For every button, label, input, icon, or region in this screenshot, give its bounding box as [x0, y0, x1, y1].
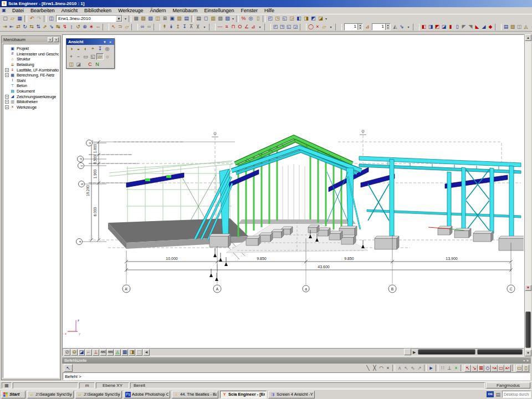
table-input-icon[interactable]: ▤ — [503, 23, 509, 30]
member-display-icon[interactable]: ◨ — [427, 23, 434, 30]
expand-icon[interactable] — [5, 73, 9, 77]
scale-icon[interactable]: ⇗ — [42, 23, 48, 30]
printer-tray-icon[interactable]: ▤ — [495, 392, 500, 397]
shift-down-icon[interactable]: ↧ — [181, 23, 188, 30]
activity-spinner[interactable]: 1 ▲▼ — [372, 23, 391, 30]
view-x-icon[interactable]: ◰ — [272, 23, 279, 30]
tool-icon-21[interactable] — [263, 16, 265, 22]
tool-icon-6[interactable] — [44, 16, 47, 22]
task-scia[interactable]: Y Scia Engineer - [Erw1... — [220, 391, 267, 398]
colors-icon[interactable]: C — [86, 61, 94, 68]
tool-icon-48[interactable] — [335, 24, 342, 30]
paperspace-icon[interactable]: ⊞ — [161, 15, 168, 22]
expand-icon[interactable] — [5, 47, 9, 50]
task-paint[interactable]: ◨ Screen 4 Ansicht -Y - Paint — [268, 391, 315, 398]
grid-snap-icon[interactable]: ∷ — [439, 365, 446, 372]
node-display-icon[interactable]: ◧ — [421, 23, 427, 30]
select-area-icon[interactable]: ▱ — [124, 23, 130, 30]
snap-endpoint-icon[interactable]: ↖ — [464, 365, 471, 372]
snap-icon-4[interactable] — [392, 365, 395, 371]
snap-parallel-icon[interactable]: ↗ — [416, 365, 423, 372]
search-icon[interactable]: ◎ — [247, 15, 254, 22]
snap-orthopoint-icon[interactable]: ◇ — [484, 365, 491, 372]
task-media-player[interactable]: ♪ 44. The Beatles - Baby's ... — [172, 391, 218, 398]
tree-item-werkzeuge[interactable]: × Werkzeuge — [5, 105, 59, 110]
dim-overflow-icon[interactable]: ▾ — [257, 23, 263, 30]
dim-line-icon[interactable]: — — [217, 23, 223, 30]
menu-item-2[interactable]: Ansicht — [58, 7, 81, 14]
snap-intersection-icon[interactable]: ⊠ — [478, 365, 484, 372]
combo-dropdown-icon[interactable]: ▼ — [116, 16, 122, 22]
menu-item-0[interactable]: Datei — [9, 7, 27, 14]
layers-icon[interactable]: ▩ — [132, 15, 140, 22]
snap-direction-icon[interactable]: ↖ — [403, 365, 410, 372]
view-z-icon[interactable]: ◱ — [285, 23, 292, 30]
snap-mode-button[interactable]: Fangmodus — [486, 382, 530, 388]
member-labels-icon[interactable]: ABC — [100, 349, 106, 356]
desktop-search-input[interactable] — [502, 391, 531, 398]
tools-overflow-icon[interactable]: ▾ — [328, 23, 334, 30]
window-tile-vertical-icon[interactable]: ◳ — [274, 15, 281, 22]
snap-angle-icon[interactable]: ∧ — [396, 365, 403, 372]
window-overflow-icon[interactable]: ▾ — [324, 15, 328, 22]
pin-icon[interactable]: ▪ — [48, 37, 53, 42]
clip-top-icon[interactable]: ↟ — [161, 23, 168, 30]
snap-extension-icon[interactable]: ⇖ — [410, 365, 416, 372]
expand-icon[interactable] — [5, 63, 9, 66]
command-input[interactable]: Befehl > — [63, 372, 530, 380]
vertical-scrollbar[interactable]: ▲ ▼ ▼ — [524, 34, 531, 356]
tree-item-beton[interactable]: ⊤ Beton — [5, 83, 59, 89]
close-icon[interactable]: × — [108, 40, 112, 44]
menu-item-9[interactable]: Hilfe — [261, 7, 278, 14]
task-photoshop[interactable]: Ps Adobe Photoshop CS3 E... — [124, 391, 170, 398]
snap-icon-9[interactable] — [424, 365, 427, 371]
model-canvas[interactable]: 10.000 9.850 9.850 13.900 43.600 1.800 0… — [62, 34, 524, 356]
tool-icon-3[interactable] — [413, 24, 420, 30]
rotate-view-3-icon[interactable]: ◐ — [82, 45, 89, 52]
snap-line-icon[interactable]: ╲ — [365, 365, 371, 372]
tree-item-belastung[interactable]: ⇊ Belastung — [5, 62, 59, 68]
menu-item-3[interactable]: Bibliotheken — [81, 7, 115, 14]
image-export-icon[interactable]: ▤ — [183, 15, 190, 22]
snap-points-icon[interactable]: × — [453, 365, 459, 372]
shift-up-icon[interactable]: ↥ — [175, 23, 181, 30]
send-icon[interactable]: ▨ — [224, 15, 231, 22]
local-axes-icon[interactable]: ◤ — [461, 23, 467, 30]
ortho-icon[interactable]: ⊥ — [446, 365, 453, 372]
tool-icon-22[interactable] — [154, 24, 160, 30]
extend-icon[interactable]: ↹ — [55, 23, 62, 30]
stretch-icon[interactable]: ⇅ — [35, 23, 42, 30]
rotate-view-2-icon[interactable]: ◒ — [75, 45, 82, 52]
hscroll-thumb[interactable] — [404, 349, 411, 355]
menu-item-8[interactable]: Fenster — [238, 7, 262, 14]
language-indicator[interactable]: DE — [487, 391, 494, 397]
axes-display-icon[interactable]: ◬ — [114, 349, 121, 356]
hscroll-dark-bar-1[interactable] — [418, 349, 475, 355]
tool-icon-3[interactable] — [24, 16, 27, 22]
window-vertical-icon[interactable]: ◨ — [303, 15, 310, 22]
tree-item-struktur[interactable]: ⌂ Struktur — [5, 57, 59, 62]
snap-tangent-icon[interactable]: ↝ — [491, 365, 498, 372]
window-split-icon[interactable]: ◲ — [288, 15, 295, 22]
menu-item-7[interactable]: Einstellungen — [201, 7, 238, 14]
tool-icon-1[interactable] — [129, 16, 131, 22]
window-tile-icon[interactable]: ◰ — [267, 15, 274, 22]
scroll-left-icon[interactable]: ◂ — [143, 349, 150, 356]
snap-cross-icon[interactable]: ╳ — [371, 365, 378, 372]
chevron-down-icon[interactable]: ▼ — [103, 40, 107, 44]
tool-icon-38[interactable] — [264, 24, 271, 30]
calculator-icon[interactable]: ◫ — [516, 23, 523, 30]
scale-spinner[interactable]: 1 ▲▼ — [344, 23, 363, 30]
expand-icon[interactable] — [5, 95, 9, 99]
connect-members-icon[interactable]: ⇔ — [95, 23, 101, 30]
activity-set-icon[interactable]: ⇘ — [398, 23, 405, 30]
print-icon[interactable]: ▤ — [195, 15, 202, 22]
save-icon[interactable]: ▦ — [16, 15, 23, 22]
dim-running-icon[interactable]: 11 — [223, 23, 230, 30]
hscroll-right-icon[interactable]: ▶ — [413, 350, 416, 355]
rotate-view-4-icon[interactable]: ◓ — [89, 45, 96, 52]
rotate-icon[interactable]: ↻ — [22, 23, 28, 30]
expand-icon[interactable] — [5, 105, 9, 109]
scroll-page-icon[interactable]: ▼ — [525, 285, 531, 291]
clipboard-icon[interactable]: ▥ — [176, 15, 183, 22]
